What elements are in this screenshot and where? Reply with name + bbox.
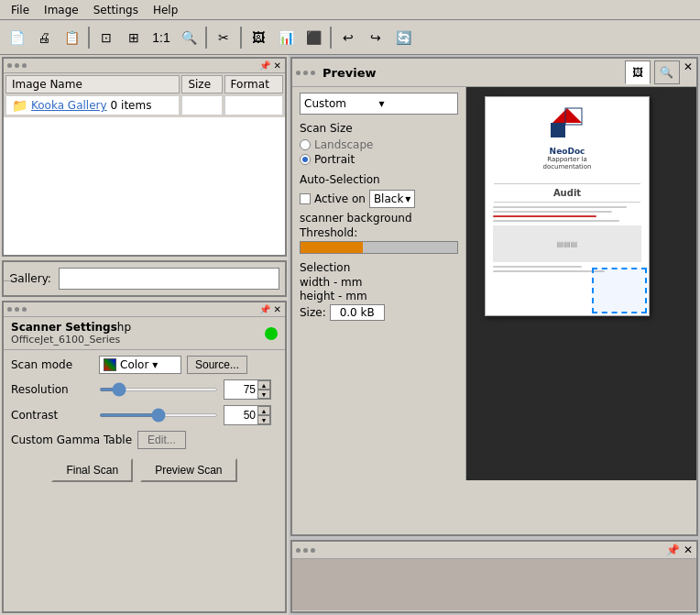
new-btn[interactable]: 📄 (4, 25, 29, 50)
preview-tab-image[interactable]: 🖼 (625, 60, 651, 84)
gallery-panel: 📌 ✕ Image Name Size Format (2, 57, 287, 257)
resolution-slider[interactable] (99, 388, 218, 391)
preview-panel-header: Preview 🖼 🔍 ✕ (292, 59, 696, 87)
line6 (493, 270, 605, 272)
scan-area-body (292, 559, 696, 610)
contrast-input[interactable]: 50 (224, 406, 257, 424)
contrast-up[interactable]: ▲ (257, 406, 270, 415)
col-image-name: Image Name (5, 75, 180, 93)
custom-dropdown[interactable]: Custom ▾ (300, 93, 458, 115)
contrast-spin: ▲ ▼ (257, 406, 270, 424)
gallery-label: Gallery: (9, 272, 51, 285)
scan-mode-label: Scan mode (11, 358, 93, 371)
selection-title: Selection (300, 261, 458, 274)
resolution-spin: ▲ ▼ (257, 380, 270, 399)
edit-button[interactable]: Edit... (137, 431, 186, 449)
preview-controls: 🖼 🔍 ✕ (625, 60, 693, 84)
folder-icon: 📁 (12, 98, 27, 113)
line2 (493, 211, 612, 213)
galimage3-btn[interactable]: ⬛ (301, 25, 326, 50)
contrast-label: Contrast (11, 409, 93, 422)
resolution-input[interactable]: 75 (224, 380, 257, 399)
resolution-row: Resolution 75 ▲ ▼ (11, 379, 278, 400)
scan-mode-value: Color (120, 358, 148, 371)
contrast-slider[interactable] (99, 413, 218, 417)
selection-overlay[interactable] (592, 268, 647, 313)
portrait-label: Portrait (314, 153, 355, 166)
preview-close-icon[interactable]: ✕ (684, 60, 693, 84)
status-indicator (265, 327, 278, 340)
portrait-row[interactable]: Portrait (300, 153, 458, 166)
sep1 (88, 27, 90, 49)
zoom-in-btn[interactable]: 🔍 (176, 25, 202, 50)
galimage2-btn[interactable]: 📊 (273, 25, 299, 50)
zoom-fit-btn[interactable]: ⊡ (93, 25, 119, 50)
scan2-btn[interactable]: 📋 (59, 25, 84, 50)
menu-settings[interactable]: Settings (86, 2, 146, 18)
selector-dots-bar (4, 277, 11, 281)
size-label: Size: (300, 306, 326, 319)
svg-marker-1 (552, 108, 582, 123)
threshold-bar[interactable] (300, 241, 458, 254)
dot9 (311, 71, 315, 75)
close-icon[interactable]: ✕ (274, 60, 281, 71)
gallery-panel-header: 📌 ✕ (4, 59, 285, 73)
scan-area-panel: 📌 ✕ (290, 540, 698, 613)
preview-tab-zoom[interactable]: 🔍 (654, 60, 680, 84)
scanner-pin-icon[interactable]: 📌 (259, 304, 270, 314)
folder-cell[interactable]: 📁 Kooka Gallery 0 items (5, 95, 180, 115)
black-label: Black (374, 192, 403, 205)
gallery-selector: Gallery: (2, 260, 287, 297)
line4 (493, 220, 619, 222)
doc-image-placeholder: ▤▤▤ (557, 240, 578, 248)
gallery-dropdown[interactable] (59, 268, 279, 290)
scan-area-close-icon[interactable]: ✕ (684, 544, 693, 556)
crop-btn[interactable]: ✂ (211, 25, 236, 50)
final-scan-button[interactable]: Final Scan (51, 458, 133, 482)
preview-body: Custom ▾ Scan Size Landscape Portrait (292, 87, 696, 480)
logo-svg (549, 106, 585, 143)
resolution-down[interactable]: ▼ (257, 390, 270, 399)
scanner-close-icon[interactable]: ✕ (274, 304, 281, 314)
dot3 (22, 63, 27, 68)
portrait-radio[interactable] (300, 154, 311, 165)
scan-btn[interactable]: 🖨 (31, 25, 57, 50)
undo-btn[interactable]: ↩ (335, 25, 361, 50)
scan-area-pin-icon[interactable]: 📌 (666, 544, 680, 556)
active-on-checkbox[interactable] (300, 193, 311, 204)
gallery-row[interactable]: 📁 Kooka Gallery 0 items (5, 95, 283, 115)
scan-mode-dropdown[interactable]: Color ▾ (99, 356, 181, 374)
black-dropdown[interactable]: Black ▾ (369, 190, 416, 208)
doc-word: Audit (486, 188, 649, 198)
scanner-body: Scan mode Color ▾ Source... Resolution 7… (4, 350, 285, 491)
doc-divider2 (494, 202, 640, 203)
redo2-btn[interactable]: 🔄 (390, 25, 416, 50)
doc-logo (549, 106, 585, 143)
contrast-row: Contrast 50 ▲ ▼ (11, 405, 278, 425)
menu-help[interactable]: Help (146, 2, 185, 18)
menu-image[interactable]: Image (37, 2, 86, 18)
scanner-model: hp (117, 321, 131, 334)
color-icon (104, 358, 116, 371)
scan-size-radio-group: Landscape Portrait (300, 138, 458, 166)
zoom-1to1-btn[interactable]: 1:1 (148, 25, 174, 50)
active-on-row: Active on Black ▾ (300, 190, 458, 208)
doc-subtitle: Rapporter ladocumentation (542, 156, 591, 170)
contrast-down[interactable]: ▼ (257, 415, 270, 424)
gamma-row: Custom Gamma Table Edit... (11, 431, 278, 449)
landscape-radio[interactable] (300, 139, 311, 150)
scan-mode-row: Scan mode Color ▾ Source... (11, 356, 278, 374)
resolution-up[interactable]: ▲ (257, 380, 270, 390)
redo-btn[interactable]: ↪ (363, 25, 388, 50)
sep4 (330, 27, 332, 49)
galimage-btn[interactable]: 🖼 (246, 25, 271, 50)
dot10 (296, 548, 301, 553)
folder-name[interactable]: Kooka Gallery (31, 99, 107, 112)
scanner-panel: 📌 ✕ Scanner Settingshp OfficeJet_6100_Se… (2, 301, 287, 613)
zoom-select-btn[interactable]: ⊞ (121, 25, 147, 50)
source-button[interactable]: Source... (187, 356, 247, 374)
preview-scan-button[interactable]: Preview Scan (140, 458, 236, 482)
menu-file[interactable]: File (4, 2, 37, 18)
pin-icon[interactable]: 📌 (259, 60, 270, 71)
landscape-row[interactable]: Landscape (300, 138, 458, 151)
